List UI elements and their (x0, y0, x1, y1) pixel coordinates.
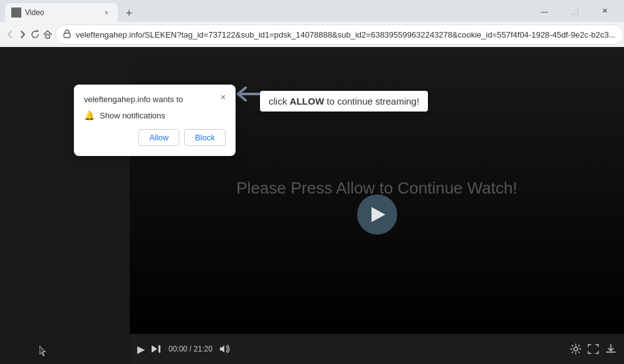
video-controls-right (570, 343, 616, 355)
reload-button[interactable] (30, 24, 40, 44)
volume-button[interactable] (219, 344, 230, 354)
browser-window: Video × + — ⬜ ✕ veleftengahep.info (0, 0, 624, 364)
play-button[interactable] (357, 194, 397, 234)
permission-text: Show notifications (100, 111, 165, 120)
svg-rect-4 (64, 33, 70, 38)
allow-button[interactable]: Allow (138, 129, 179, 146)
maximize-button[interactable]: ⬜ (560, 2, 589, 21)
block-button[interactable]: Block (184, 129, 226, 146)
skip-button[interactable] (151, 344, 162, 354)
streaming-text-before: click (269, 96, 289, 107)
active-tab[interactable]: Video × (5, 3, 118, 22)
url-text: veleftengahep.info/SLEKEN?tag_id=737122&… (76, 30, 616, 39)
popup-buttons: Allow Block (84, 129, 226, 146)
tab-favicon (11, 8, 21, 18)
play-control-button[interactable]: ▶ (137, 343, 145, 355)
close-window-button[interactable]: ✕ (590, 2, 619, 21)
back-button[interactable] (5, 24, 15, 44)
streaming-text-after: to continue streaming! (324, 96, 419, 107)
streaming-text-bold: ALLOW (289, 96, 324, 107)
time-display: 00:00 / 21:20 (169, 345, 212, 353)
svg-rect-3 (46, 34, 49, 38)
home-button[interactable] (43, 24, 53, 44)
play-icon (372, 207, 385, 222)
tab-title: Video (25, 8, 98, 17)
svg-point-10 (574, 347, 578, 351)
tab-bar: Video × + (5, 0, 530, 22)
download-button[interactable] (605, 343, 616, 355)
new-tab-button[interactable]: + (120, 4, 138, 22)
page-content: Please Press Allow to Continue Watch! ▶ … (0, 47, 624, 364)
streaming-text-overlay: click ALLOW to continue streaming! (260, 91, 428, 112)
svg-rect-0 (13, 9, 20, 15)
tab-close-button[interactable]: × (101, 8, 112, 18)
bell-icon: 🔔 (84, 110, 95, 120)
fullscreen-button[interactable] (588, 344, 599, 354)
popup-title: veleftengahep.info wants to (84, 95, 226, 104)
minimize-button[interactable]: — (530, 2, 559, 21)
popup-permission-row: 🔔 Show notifications (84, 110, 226, 120)
window-controls: — ⬜ ✕ (530, 2, 619, 21)
video-controls: ▶ 00:00 / 21:20 (130, 334, 624, 364)
svg-rect-9 (159, 345, 160, 353)
settings-button[interactable] (570, 343, 581, 355)
popup-close-button[interactable]: × (217, 91, 229, 103)
title-bar: Video × + — ⬜ ✕ (0, 0, 624, 22)
navigation-bar: veleftengahep.info/SLEKEN?tag_id=737122&… (0, 22, 624, 47)
notification-popup: × veleftengahep.info wants to 🔔 Show not… (74, 85, 236, 156)
mouse-cursor (39, 346, 47, 357)
lock-icon (63, 29, 71, 40)
address-bar[interactable]: veleftengahep.info/SLEKEN?tag_id=737122&… (55, 24, 624, 44)
forward-button[interactable] (18, 24, 28, 44)
